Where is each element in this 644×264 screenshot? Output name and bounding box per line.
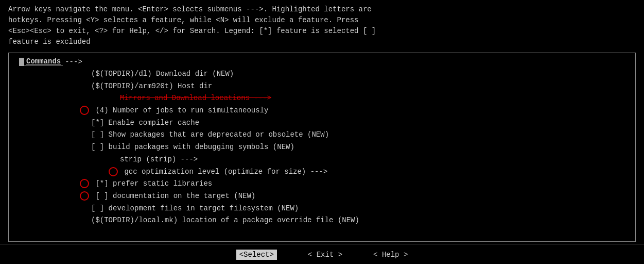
item-text: ($(TOPDIR)/arm920t) Host dir: [91, 82, 212, 90]
bottom-bar: <Select> < Exit > < Help >: [0, 244, 644, 264]
item-text: [ ] build packages with debugging symbol…: [91, 143, 294, 151]
list-item[interactable]: Mirrors and Download locations --->: [9, 92, 635, 105]
menu-title: Commands: [24, 57, 63, 66]
item-text: [*] prefer static libraries: [95, 179, 212, 188]
red-circle-icon: [80, 179, 89, 188]
item-text: gcc optimization level (optimize for siz…: [124, 168, 327, 176]
item-text: ($(TOPDIR)/local.mk) location of a packa…: [91, 216, 359, 224]
info-panel: Arrow keys navigate the menu. <Enter> se…: [0, 0, 644, 51]
list-item[interactable]: [ ] documentation on the target (NEW): [9, 190, 635, 203]
item-text: (4) Number of jobs to run simultaneously: [95, 106, 268, 114]
menu-title-arrow: --->: [65, 58, 82, 66]
list-item[interactable]: [*] Enable compiler cache: [9, 117, 635, 129]
list-item[interactable]: gcc optimization level (optimize for siz…: [9, 166, 635, 178]
list-item[interactable]: [*] prefer static libraries: [9, 178, 635, 190]
red-circle-icon: [80, 106, 89, 115]
item-text: [*] Enable compiler cache: [91, 119, 199, 127]
info-line1: Arrow keys navigate the menu. <Enter> se…: [8, 4, 636, 15]
info-line4: feature is excluded: [8, 37, 636, 47]
select-button[interactable]: <Select>: [236, 250, 277, 260]
exit-button[interactable]: < Exit >: [308, 251, 342, 259]
list-item[interactable]: [ ] Show packages that are deprecated or…: [9, 129, 635, 141]
item-text: [ ] development files in target filesyst…: [91, 204, 299, 212]
info-line3: <Esc><Esc> to exit, <?> for Help, </> fo…: [8, 26, 636, 37]
list-item[interactable]: ($(TOPDIR)/arm920t) Host dir: [9, 80, 635, 93]
red-circle-icon: [109, 167, 118, 176]
list-item[interactable]: (4) Number of jobs to run simultaneously: [9, 105, 635, 117]
list-item[interactable]: [ ] build packages with debugging symbol…: [9, 141, 635, 154]
main-menu-panel: Commands ---> ($(TOPDIR)/dl) Download di…: [8, 53, 636, 242]
menu-title-row: Commands --->: [9, 56, 635, 67]
red-circle-icon: [80, 191, 89, 201]
help-button[interactable]: < Help >: [373, 251, 408, 259]
list-item[interactable]: strip (strip) --->: [9, 154, 635, 166]
item-text: [ ] documentation on the target (NEW): [95, 192, 255, 200]
item-text: [ ] Show packages that are deprecated or…: [91, 130, 329, 139]
info-line2: hotkeys. Pressing <Y> selectes a feature…: [8, 15, 636, 26]
item-text: ($(TOPDIR)/dl) Download dir (NEW): [91, 70, 234, 78]
item-text: Mirrors and Download locations --->: [120, 94, 271, 102]
list-item[interactable]: [ ] development files in target filesyst…: [9, 203, 635, 215]
item-text: strip (strip) --->: [120, 155, 198, 163]
list-item[interactable]: ($(TOPDIR)/dl) Download dir (NEW): [9, 68, 635, 80]
list-item[interactable]: ($(TOPDIR)/local.mk) location of a packa…: [9, 214, 635, 227]
title-cursor: [19, 58, 24, 66]
